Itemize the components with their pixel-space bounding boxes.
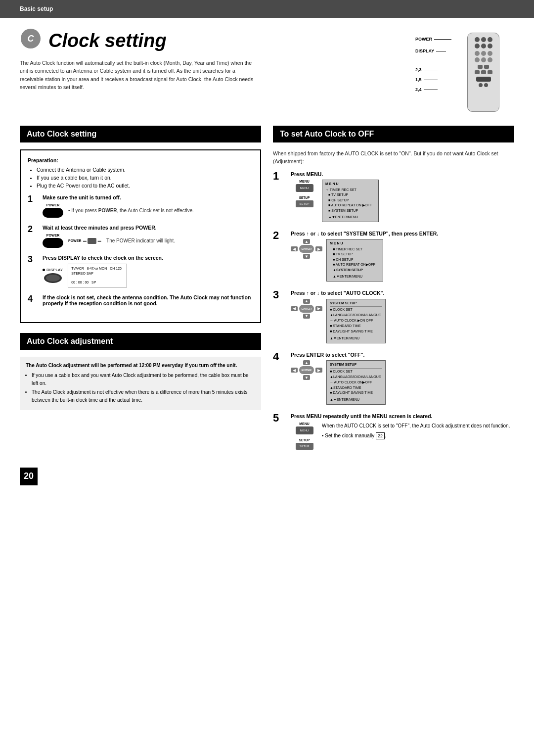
sys-item2-4: ▲LANGUAGE/IDIOMA/LANGUE: [330, 375, 382, 380]
down-btn-4: ▼: [303, 375, 310, 380]
right-step2: 2 Press ↑ or ↓ to select "SYSTEM SETUP",…: [273, 230, 514, 282]
step1-visual: POWER • If you press POWER, the Auto Clo…: [43, 203, 253, 218]
menu-s1-item4: ■ AUTO REPEAT ON ▶OFF: [325, 203, 375, 208]
left-column: Auto Clock setting Preparation: Connect …: [20, 126, 261, 416]
sys-item1-4: ■ CLOCK SET: [330, 369, 382, 375]
right-step4: 4 Press ENTER to select "OFF". ▲ ◀ ENTER…: [273, 351, 514, 405]
screen-line1: TV/VCR 8·47AM MON CH 125: [71, 266, 124, 271]
right-btn-3: ▶: [315, 306, 322, 311]
right-step4-num: 4: [273, 351, 286, 362]
right-btn-2: ▶: [315, 246, 322, 251]
step4-number: 4: [28, 294, 38, 303]
step3-left: 3 Press DISPLAY to check the clock on th…: [28, 255, 253, 287]
enter-btn-center-2: ENTER: [299, 245, 314, 253]
right-step5-content: Press MENU repeatedly until the MENU scr…: [291, 413, 514, 450]
section2-header: Auto Clock adjustment: [20, 333, 261, 350]
right-section-header: To set Auto Clock to OFF: [273, 126, 514, 142]
remote-num1: 2,3: [415, 67, 422, 72]
sys-menu-title-3: SYSTEM SETUP: [330, 301, 382, 307]
title-icon-circle: C: [20, 28, 42, 54]
nav-cluster-3: ▲ ◀ ENTER ▶ ▼: [291, 299, 322, 319]
section1-box: Preparation: Connect the Antenna or Cabl…: [20, 149, 261, 323]
right-step4-content: Press ENTER to select "OFF". ▲ ◀ ENTER ▶: [291, 351, 514, 405]
step5-desc: When the AUTO CLOCK is set to "OFF", the…: [322, 422, 510, 440]
preparation-list: Connect the Antenna or Cable system. If …: [28, 166, 253, 189]
menu-screen2-title: M E N U: [330, 241, 380, 246]
right-step4-title: Press ENTER to select "OFF".: [291, 351, 514, 359]
sys-footer-3: ▲▼ENTER/MENU: [330, 336, 382, 341]
title-left: C Clock setting The Auto Clock function …: [20, 28, 400, 91]
sys-menu-screen-3: SYSTEM SETUP ■ CLOCK SET ▲LANGUAGE/IDIOM…: [326, 299, 386, 343]
menu-s2-item5: ▲SYSTEM SETUP: [330, 268, 380, 273]
adjustment-bullets: If you use a cable box and you want Auto…: [26, 372, 255, 404]
top-bar: Basic setup: [0, 0, 534, 18]
power-btn-oval: [43, 208, 63, 218]
right-step3: 3 Press ↑ or ↓ to select "AUTO CLOCK". ▲…: [273, 289, 514, 343]
page-wrapper: Basic setup C Clock setting The Auto Clo…: [0, 0, 534, 756]
step2-content: Wait at least three minutes and press PO…: [43, 225, 253, 248]
step2-visual: POWER POWER – –: [43, 234, 253, 248]
step3-content: Press DISPLAY to check the clock on the …: [43, 255, 253, 287]
menu-remote-5: MENU MENU SETUP SETUP: [291, 422, 318, 450]
setup-btn-5: SETUP: [296, 443, 313, 450]
sys-item5-4: ■ DAYLIGHT SAVING TIME: [330, 390, 382, 396]
display-dot: [43, 269, 45, 271]
sys-menu-title-4: SYSTEM SETUP: [330, 362, 382, 369]
adj-bullet-1: If you use a cable box and you want Auto…: [32, 372, 255, 387]
step1-title: Make sure the unit is turned off.: [43, 194, 253, 200]
remote-num3: 2,4: [415, 87, 422, 92]
power-label-2: POWER: [46, 234, 59, 237]
svg-text:C: C: [28, 34, 35, 44]
menu-label-1: MENU: [299, 180, 310, 183]
setup-btn-1: SETUP: [296, 200, 313, 207]
prep-item-2: If you use a cable box, turn it on.: [37, 174, 253, 182]
menu-s1-footer: ▲▼ENTER/MENU: [325, 215, 375, 220]
screen-line2: STEREO SAP: [71, 271, 124, 276]
menu-s1-item1: → TIMER REC SET: [325, 188, 375, 193]
sys-menu-screen-4: SYSTEM SETUP ■ CLOCK SET ▲LANGUAGE/IDIOM…: [326, 360, 386, 405]
right-step1-content: Press MENU. MENU MENU SETUP SETUP: [291, 171, 514, 222]
enter-btn-center-4: ENTER: [299, 366, 314, 374]
right-step3-num: 3: [273, 289, 286, 300]
right-column: To set Auto Clock to OFF When shipped fr…: [273, 126, 514, 458]
menu-remote-1: MENU MENU SETUP SETUP: [291, 180, 318, 207]
step2-number: 2: [28, 225, 38, 234]
up-btn-2: ▲: [303, 239, 310, 244]
right-step2-content: Press ↑ or ↓ to select "SYSTEM SETUP", t…: [291, 230, 514, 282]
menu-s2-item1: ■ TIMER REC SET: [330, 247, 380, 252]
nav-cluster-2: ▲ ◀ ENTER ▶ ▼: [291, 239, 322, 259]
left-btn-4: ◀: [291, 368, 298, 373]
power-dash-sym: –: [83, 237, 87, 245]
step5-note2: • Set the clock manually 22.: [322, 432, 510, 440]
sys-footer-4: ▲▼ENTER/MENU: [330, 397, 382, 403]
right-step3-content: Press ↑ or ↓ to select "AUTO CLOCK". ▲ ◀…: [291, 289, 514, 343]
prep-item-3: Plug the AC Power cord to the AC outlet.: [37, 182, 253, 190]
step4-left: 4 If the clock is not set, check the ant…: [28, 294, 253, 308]
step2-title: Wait at least three minutes and press PO…: [43, 225, 253, 231]
right-step1-title: Press MENU.: [291, 171, 514, 178]
menu-btn-5: MENU: [296, 426, 313, 434]
basic-setup-label: Basic setup: [20, 5, 53, 12]
prep-item-1: Connect the Antenna or Cable system.: [37, 166, 253, 174]
step3-title: Press DISPLAY to check the clock on the …: [43, 255, 253, 261]
content-area: C Clock setting The Auto Clock function …: [0, 18, 534, 500]
page-number: 20: [20, 468, 38, 485]
right-step5-num: 5: [273, 413, 286, 424]
step4-title: If the clock is not set, check the anten…: [43, 294, 253, 306]
sys-item2-3: ▲LANGUAGE/IDIOMA/LANGUE: [330, 313, 382, 318]
title-right: POWER DISPLAY 2,3 1,5: [415, 28, 514, 117]
power-label: POWER: [46, 203, 59, 207]
step2-left: 2 Wait at least three minutes and press …: [28, 225, 253, 248]
page-title: C Clock setting: [20, 28, 400, 54]
right-step2-title: Press ↑ or ↓ to select "SYSTEM SETUP", t…: [291, 230, 514, 237]
right-step5: 5 Press MENU repeatedly until the MENU s…: [273, 413, 514, 450]
menu-btn-1: MENU: [296, 184, 313, 192]
menu-s2-item4: ■ AUTO REPEAT ON▶OFF: [330, 262, 380, 268]
step1-content: Make sure the unit is turned off. POWER …: [43, 194, 253, 218]
right-step1-num: 1: [273, 171, 286, 182]
left-btn-2: ◀: [291, 246, 298, 251]
step5-visual: MENU MENU SETUP SETUP When the AUTO CLOC…: [291, 422, 514, 450]
right-step1-visual: MENU MENU SETUP SETUP M E N U → TIMER RE…: [291, 180, 514, 222]
step4-content: If the clock is not set, check the anten…: [43, 294, 253, 308]
step2-desc: The POWER indicator will light.: [106, 237, 175, 244]
